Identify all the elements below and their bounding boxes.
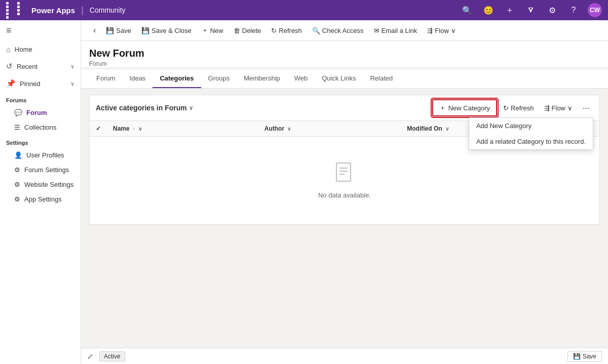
tabs-bar: Forum Ideas Categories Groups Membership… [81, 69, 608, 89]
sidebar-item-pinned[interactable]: 📌 Pinned ∨ [0, 75, 81, 92]
data-grid: Active categories in Forum ∨ ＋ New Categ… [89, 95, 600, 225]
content-area: Active categories in Forum ∨ ＋ New Categ… [81, 89, 608, 348]
tab-membership[interactable]: Membership [237, 69, 287, 88]
sidebar-item-collections[interactable]: ☰ Collections [0, 120, 81, 135]
email-link-button[interactable]: ✉ Email a Link [370, 24, 422, 37]
pin-icon: 📌 [6, 79, 16, 88]
refresh-button[interactable]: ↻ Refresh [267, 24, 306, 37]
flow-chevron-icon: ∨ [451, 27, 456, 34]
check-icon: ✓ [96, 125, 101, 132]
top-nav: Power Apps | Community 🔍 😊 ＋ ⛛ ⚙ ? CW [0, 0, 608, 20]
sidebar-item-forum-settings-label: Forum Settings [24, 166, 69, 174]
app-name: Power Apps [31, 6, 75, 15]
new-icon: ＋ [202, 26, 208, 35]
sidebar-item-user-profiles[interactable]: 👤 User Profiles [0, 148, 81, 163]
sidebar-item-app-settings[interactable]: ⚙ App Settings [0, 192, 81, 207]
forums-section-label: Forums [0, 92, 81, 105]
new-category-button[interactable]: ＋ New Category [432, 99, 497, 116]
tab-ideas[interactable]: Ideas [123, 69, 153, 88]
grid-flow-button[interactable]: ⇶ Flow ∨ [540, 102, 577, 114]
grid-flow-icon: ⇶ [544, 104, 550, 112]
sidebar-item-forum-settings[interactable]: ⚙ Forum Settings [0, 163, 81, 177]
main-layout: ≡ ⌂ Home ↺ Recent ∨ 📌 Pinned ∨ Forums 💬 … [0, 20, 608, 364]
forum-icon: 💬 [14, 109, 22, 116]
avatar[interactable]: CW [588, 3, 602, 17]
save-close-button[interactable]: 💾 Save & Close [137, 24, 196, 37]
more-icon: ⋯ [583, 104, 589, 112]
delete-button[interactable]: 🗑 Delete [230, 24, 265, 37]
pinned-expand-icon: ∨ [70, 80, 74, 87]
bottom-save-button[interactable]: 💾 Save [567, 351, 602, 362]
empty-icon [335, 162, 354, 186]
dropdown-add-new-category[interactable]: Add New Category [469, 118, 593, 134]
plus-icon[interactable]: ＋ [503, 3, 517, 17]
sidebar-item-website-settings[interactable]: ⚙ Website Settings [0, 177, 81, 192]
modified-sort-icon: ∨ [445, 126, 449, 132]
expand-icon[interactable]: ⤢ [87, 352, 93, 360]
email-icon: ✉ [374, 27, 379, 34]
new-category-dropdown: Add New Category Add a related Category … [469, 117, 593, 150]
bottom-bar: ⤢ Active 💾 Save [81, 348, 608, 364]
bottom-save-icon: 💾 [573, 353, 581, 360]
home-icon: ⌂ [6, 45, 11, 54]
grid-more-button[interactable]: ⋯ [579, 102, 593, 114]
command-bar: ‹ 💾 Save 💾 Save & Close ＋ New 🗑 Delete ↻… [81, 20, 608, 41]
apps-grid-icon[interactable] [6, 2, 27, 19]
dropdown-add-related-category[interactable]: Add a related Category to this record. [469, 134, 593, 149]
tab-quick-links[interactable]: Quick Links [315, 69, 363, 88]
tab-related[interactable]: Related [363, 69, 400, 88]
tab-web[interactable]: Web [287, 69, 315, 88]
sidebar-item-home-label: Home [15, 46, 32, 53]
grid-title-chevron-icon[interactable]: ∨ [189, 105, 193, 111]
name-sort-asc-icon: ↑ [133, 126, 135, 132]
new-button[interactable]: ＋ New [198, 23, 227, 37]
save-icon: 💾 [106, 27, 114, 34]
sidebar-item-website-settings-label: Website Settings [24, 181, 73, 188]
col-author[interactable]: Author ∨ [258, 121, 401, 137]
tab-forum[interactable]: Forum [89, 69, 123, 88]
col-name[interactable]: Name ↑ ∨ [107, 121, 258, 137]
flow-button[interactable]: ⇶ Flow ∨ [423, 24, 460, 37]
back-button[interactable]: ‹ [89, 24, 100, 37]
grid-title: Active categories in Forum ∨ [96, 104, 193, 112]
main-content: ‹ 💾 Save 💾 Save & Close ＋ New 🗑 Delete ↻… [81, 20, 608, 364]
tab-groups[interactable]: Groups [201, 69, 237, 88]
sidebar-item-recent-label: Recent [17, 63, 37, 70]
settings-section-label: Settings [0, 135, 81, 148]
sidebar-item-app-settings-label: App Settings [24, 195, 62, 203]
svg-rect-0 [336, 163, 351, 181]
sidebar-item-forum-label: Forum [26, 109, 47, 116]
grid-actions: ＋ New Category Add New Category Add a re… [432, 99, 593, 116]
check-access-button[interactable]: 🔍 Check Access [308, 24, 368, 37]
top-nav-icons: 🔍 😊 ＋ ⛛ ⚙ ? CW [460, 3, 602, 17]
sidebar-item-collections-label: Collections [24, 124, 57, 131]
refresh-icon: ↻ [271, 27, 277, 34]
user-profiles-icon: 👤 [14, 151, 22, 159]
community-label: Community [90, 6, 126, 14]
smiley-icon[interactable]: 😊 [481, 3, 496, 17]
grid-refresh-icon: ↻ [503, 104, 509, 112]
grid-refresh-button[interactable]: ↻ Refresh [499, 102, 538, 114]
grid-flow-chevron-icon: ∨ [567, 104, 573, 112]
save-close-icon: 💾 [141, 27, 149, 34]
flow-icon: ⇶ [427, 27, 433, 34]
search-icon[interactable]: 🔍 [460, 3, 474, 17]
sidebar-item-home[interactable]: ⌂ Home [0, 41, 81, 58]
save-button[interactable]: 💾 Save [102, 24, 135, 37]
tab-categories[interactable]: Categories [153, 69, 201, 88]
filter-icon[interactable]: ⛛ [524, 3, 538, 17]
sidebar-item-pinned-label: Pinned [20, 80, 40, 88]
nav-separator: | [81, 5, 84, 16]
gear-icon[interactable]: ⚙ [545, 3, 559, 17]
app-settings-icon: ⚙ [14, 195, 20, 203]
help-icon[interactable]: ? [566, 3, 581, 17]
recent-icon: ↺ [6, 62, 13, 71]
sidebar-menu-icon[interactable]: ≡ [0, 20, 81, 41]
sidebar: ≡ ⌂ Home ↺ Recent ∨ 📌 Pinned ∨ Forums 💬 … [0, 20, 81, 364]
check-access-icon: 🔍 [312, 27, 320, 34]
name-sort-desc-icon: ∨ [138, 126, 142, 132]
sidebar-item-recent[interactable]: ↺ Recent ∨ [0, 58, 81, 75]
sidebar-item-forum[interactable]: 💬 Forum [0, 105, 81, 120]
col-checkbox: ✓ [90, 121, 107, 137]
delete-icon: 🗑 [234, 27, 240, 34]
